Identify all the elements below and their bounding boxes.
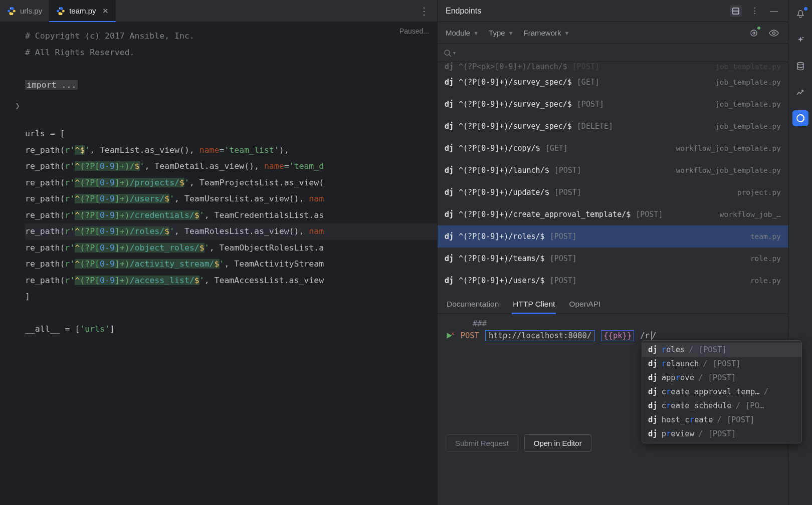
endpoint-path: ^(?P[0-9]+)/update/$ <box>459 188 549 197</box>
endpoint-method: [POST] <box>550 254 577 263</box>
endpoints-icon[interactable] <box>792 110 808 126</box>
code-line[interactable]: re_path(r'^(?P[0-9]+)/activity_stream/$'… <box>25 256 437 273</box>
endpoint-method: [POST] <box>554 188 581 197</box>
folded-import[interactable]: import ... <box>25 80 78 90</box>
filter-label: Framework <box>524 29 561 37</box>
endpoint-row[interactable]: dj^(?P[0-9]+)/users/$[POST]role.py <box>438 270 788 292</box>
autocomplete-item[interactable]: djcreate_approval_temp…/ <box>642 385 801 399</box>
ai-assistant-icon[interactable] <box>792 32 808 48</box>
endpoint-file: workflow_job_… <box>720 210 781 218</box>
code-line[interactable]: re_path(r'^(?P[0-9]+)/$', TeamDetail.as_… <box>25 158 437 175</box>
code-line[interactable]: re_path(r'^(?P[0-9]+)/users/$', TeamUser… <box>25 191 437 207</box>
autocomplete-item[interactable]: djroles/[POST] <box>642 343 801 357</box>
endpoint-file: job_template.py <box>715 63 781 71</box>
code-text: ] <box>25 292 30 301</box>
tab-overflow-button[interactable]: ⋮ <box>411 5 437 17</box>
svg-point-8 <box>773 32 775 34</box>
http-variable[interactable]: {{pk}} <box>601 330 634 341</box>
endpoint-framework-icon: dj <box>445 144 454 153</box>
tab-http-client[interactable]: HTTP Client <box>512 296 556 314</box>
endpoint-framework-icon: dj <box>445 62 454 71</box>
endpoint-row[interactable]: dj ^(?P<pk>[0-9]+)/launch/$ [POST] job_t… <box>438 62 788 71</box>
endpoints-panel: Endpoints ⋮ — Module▼ Type▼ Framework▼ ▾ <box>437 0 788 505</box>
endpoint-method: [POST] <box>572 62 599 71</box>
minimize-icon[interactable]: — <box>768 5 780 17</box>
tab-documentation[interactable]: Documentation <box>446 296 500 314</box>
submit-request-button[interactable]: Submit Request <box>446 434 518 452</box>
editor-tab-team[interactable]: team.py ✕ <box>49 0 115 22</box>
target-icon[interactable] <box>748 27 760 39</box>
autocomplete-item[interactable]: djhost_create/[POST] <box>642 413 801 427</box>
autocomplete-item[interactable]: djcreate_schedule/[PO… <box>642 399 801 413</box>
endpoint-framework-icon: dj <box>445 100 454 109</box>
endpoint-method: [DELETE] <box>577 122 613 131</box>
autocomplete-framework-icon: dj <box>648 387 658 396</box>
svg-line-10 <box>449 55 451 57</box>
code-content[interactable]: # Copyright (c) 2017 Ansible, Inc. # All… <box>0 28 437 338</box>
endpoint-framework-icon: dj <box>445 232 454 241</box>
http-url-input[interactable]: http://localhost:8080/ <box>485 330 595 341</box>
open-in-editor-button[interactable]: Open in Editor <box>524 434 591 452</box>
endpoint-method: [GET] <box>577 78 599 87</box>
endpoint-file: job_template.py <box>715 122 781 130</box>
endpoint-row[interactable]: dj^(?P[0-9]+)/create_approval_template/$… <box>438 203 788 225</box>
code-line[interactable]: re_path(r'^(?P[0-9]+)/roles/$', TeamRole… <box>25 223 437 240</box>
layout-icon[interactable] <box>730 5 742 17</box>
more-icon[interactable]: ⋮ <box>749 5 761 17</box>
chart-icon[interactable] <box>792 84 808 100</box>
endpoint-row[interactable]: dj^(?P[0-9]+)/roles/$[POST]team.py <box>438 225 788 247</box>
endpoint-row[interactable]: dj^(?P[0-9]+)/survey_spec/$[DELETE]job_t… <box>438 115 788 137</box>
autocomplete-label: relaunch <box>662 359 699 368</box>
editor-body[interactable]: Paused... ❯ # Copyright (c) 2017 Ansible… <box>0 22 437 505</box>
filter-module[interactable]: Module▼ <box>446 29 479 37</box>
code-kw: name <box>199 145 220 155</box>
filter-label: Type <box>489 29 505 37</box>
filter-type[interactable]: Type▼ <box>489 29 513 37</box>
code-text: __all__ = [ <box>25 324 80 334</box>
code-line[interactable]: re_path(r'^(?P[0-9]+)/access_list/$', Te… <box>25 273 437 289</box>
http-path-suffix[interactable]: /r / <box>640 331 656 340</box>
database-icon[interactable] <box>792 58 808 74</box>
svg-point-12 <box>797 63 803 65</box>
endpoint-row[interactable]: dj^(?P[0-9]+)/update/$[POST]project.py <box>438 181 788 203</box>
autocomplete-popup: djroles/[POST]djrelaunch/[POST]djapprove… <box>642 340 802 443</box>
endpoint-list[interactable]: dj ^(?P<pk>[0-9]+)/launch/$ [POST] job_t… <box>438 62 788 292</box>
endpoint-path: ^(?P[0-9]+)/launch/$ <box>459 166 549 175</box>
tab-openapi[interactable]: OpenAPI <box>568 296 601 314</box>
editor-area: urls.py team.py ✕ ⋮ Paused... ❯ # Copyri… <box>0 0 437 505</box>
panel-search[interactable]: ▾ <box>438 44 788 62</box>
endpoint-row[interactable]: dj^(?P[0-9]+)/teams/$[POST]role.py <box>438 247 788 270</box>
filter-framework[interactable]: Framework▼ <box>524 29 570 37</box>
autocomplete-item[interactable]: djpreview/[POST] <box>642 427 801 441</box>
close-icon[interactable]: ✕ <box>102 7 109 16</box>
eye-icon[interactable] <box>768 27 780 39</box>
code-line[interactable]: re_path(r'^(?P[0-9]+)/projects/$', TeamP… <box>25 175 437 191</box>
endpoint-path: ^(?P[0-9]+)/users/$ <box>459 276 545 285</box>
autocomplete-framework-icon: dj <box>648 401 658 410</box>
endpoint-method: [POST] <box>636 210 663 219</box>
autocomplete-item[interactable]: djapprove/[POST] <box>642 371 801 385</box>
autocomplete-method: [POST] <box>708 429 736 438</box>
tab-label: urls.py <box>20 7 42 15</box>
autocomplete-item[interactable]: djrelaunch/[POST] <box>642 357 801 371</box>
autocomplete-framework-icon: dj <box>648 415 658 424</box>
svg-point-0 <box>10 8 11 9</box>
fold-expand-icon[interactable]: ❯ <box>15 102 20 109</box>
search-icon <box>444 49 452 57</box>
endpoint-path: ^(?P[0-9]+)/roles/$ <box>459 232 545 241</box>
editor-tab-urls[interactable]: urls.py <box>0 0 49 22</box>
endpoint-path: ^(?P[0-9]+)/create_approval_template/$ <box>459 210 631 219</box>
notifications-icon[interactable] <box>792 6 808 22</box>
endpoint-method: [POST] <box>550 276 577 285</box>
endpoint-row[interactable]: dj^(?P[0-9]+)/copy/$[GET]workflow_job_te… <box>438 137 788 159</box>
endpoint-row[interactable]: dj^(?P[0-9]+)/launch/$[POST]workflow_job… <box>438 159 788 181</box>
endpoint-file: workflow_job_template.py <box>676 166 781 174</box>
endpoint-file: project.py <box>737 188 781 196</box>
run-icon[interactable]: ✕ <box>446 332 455 339</box>
code-line[interactable]: re_path(r'^(?P[0-9]+)/credentials/$', Te… <box>25 207 437 224</box>
endpoint-row[interactable]: dj^(?P[0-9]+)/survey_spec/$[POST]job_tem… <box>438 93 788 115</box>
endpoint-file: team.py <box>750 232 781 240</box>
endpoint-file: role.py <box>750 255 781 263</box>
endpoint-row[interactable]: dj^(?P[0-9]+)/survey_spec/$[GET]job_temp… <box>438 71 788 93</box>
code-line[interactable]: re_path(r'^(?P[0-9]+)/object_roles/$', T… <box>25 240 437 257</box>
